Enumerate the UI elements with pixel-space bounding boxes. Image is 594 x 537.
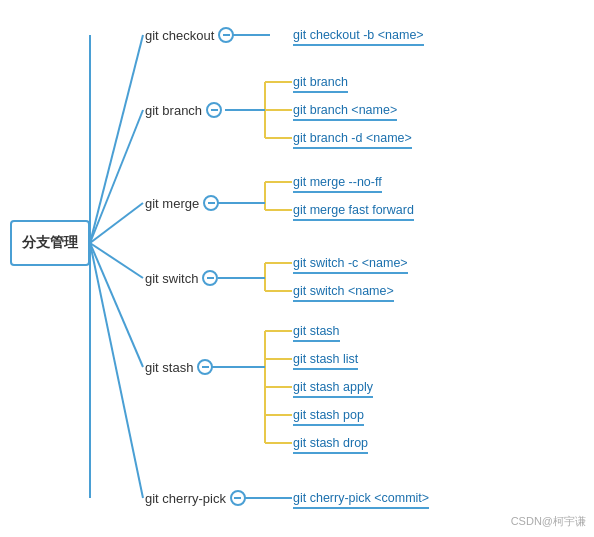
l2-stash-4-label: git stash pop — [293, 408, 364, 422]
l2-branch-2: git branch <name> — [293, 95, 397, 121]
watermark: CSDN@柯宇谦 — [511, 514, 586, 529]
collapse-switch[interactable] — [202, 270, 218, 286]
l2-branch-2-label: git branch <name> — [293, 103, 397, 117]
svg-line-2 — [90, 203, 143, 243]
collapse-stash[interactable] — [197, 359, 213, 375]
l2-stash-3: git stash apply — [293, 372, 373, 398]
l2-stash-2-label: git stash list — [293, 352, 358, 366]
l2-stash-3-label: git stash apply — [293, 380, 373, 394]
l2-stash-5-label: git stash drop — [293, 436, 368, 450]
root-node: 分支管理 — [10, 220, 90, 266]
svg-line-5 — [90, 243, 143, 498]
l2-stash-1: git stash — [293, 316, 340, 342]
l2-switch-2: git switch <name> — [293, 276, 394, 302]
l1-branch: git branch — [145, 95, 222, 125]
mind-map: 分支管理 git checkout git branch git merge g… — [0, 0, 594, 537]
collapse-checkout[interactable] — [218, 27, 234, 43]
l1-checkout-label: git checkout — [145, 28, 214, 43]
l1-stash-label: git stash — [145, 360, 193, 375]
l2-merge-1: git merge --no-ff — [293, 167, 382, 193]
l1-branch-label: git branch — [145, 103, 202, 118]
l1-merge: git merge — [145, 188, 219, 218]
l2-checkout-b: git checkout -b <name> — [293, 20, 424, 46]
l2-merge-2: git merge fast forward — [293, 195, 414, 221]
l1-stash: git stash — [145, 352, 213, 382]
collapse-cherry[interactable] — [230, 490, 246, 506]
l2-switch-1: git switch -c <name> — [293, 248, 408, 274]
l1-cherry: git cherry-pick — [145, 483, 246, 513]
collapse-branch[interactable] — [206, 102, 222, 118]
l2-branch-3: git branch -d <name> — [293, 123, 412, 149]
l2-merge-2-label: git merge fast forward — [293, 203, 414, 217]
l2-cherry-1-label: git cherry-pick <commit> — [293, 491, 429, 505]
l1-merge-label: git merge — [145, 196, 199, 211]
l2-merge-1-label: git merge --no-ff — [293, 175, 382, 189]
l2-cherry-1: git cherry-pick <commit> — [293, 483, 429, 509]
root-label: 分支管理 — [22, 234, 78, 252]
l2-branch-1-label: git branch — [293, 75, 348, 89]
svg-line-3 — [90, 243, 143, 278]
l2-checkout-b-label: git checkout -b <name> — [293, 28, 424, 42]
l2-branch-3-label: git branch -d <name> — [293, 131, 412, 145]
l2-switch-2-label: git switch <name> — [293, 284, 394, 298]
l1-switch-label: git switch — [145, 271, 198, 286]
l2-switch-1-label: git switch -c <name> — [293, 256, 408, 270]
l1-switch: git switch — [145, 263, 218, 293]
l2-branch-1: git branch — [293, 67, 348, 93]
svg-line-1 — [90, 110, 143, 243]
l1-checkout: git checkout — [145, 20, 234, 50]
l2-stash-5: git stash drop — [293, 428, 368, 454]
l2-stash-4: git stash pop — [293, 400, 364, 426]
collapse-merge[interactable] — [203, 195, 219, 211]
l1-cherry-label: git cherry-pick — [145, 491, 226, 506]
svg-line-4 — [90, 243, 143, 367]
svg-line-0 — [90, 35, 143, 243]
l2-stash-2: git stash list — [293, 344, 358, 370]
l2-stash-1-label: git stash — [293, 324, 340, 338]
